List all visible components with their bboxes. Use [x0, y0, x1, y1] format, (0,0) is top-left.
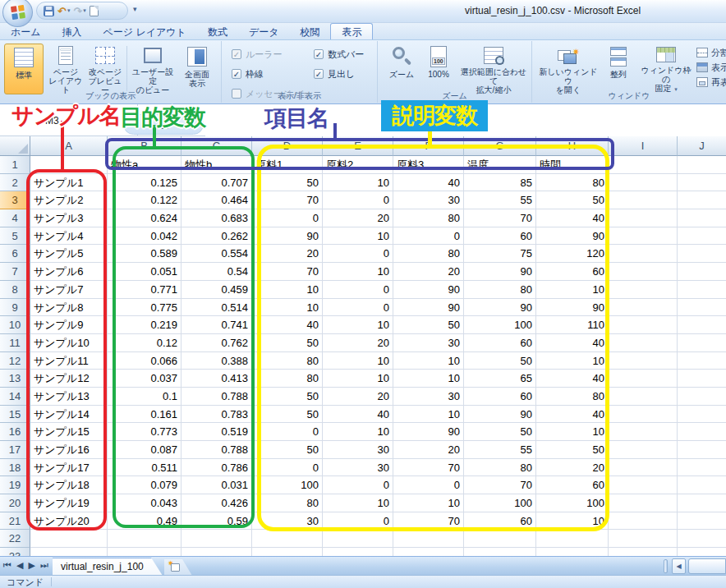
column-header-A[interactable]: A [30, 136, 108, 156]
cell-I5[interactable] [609, 227, 678, 246]
cell-E19[interactable]: 0 [323, 476, 393, 494]
cell-D10[interactable]: 40 [252, 316, 323, 334]
freeze-panes-button[interactable]: ウィンドウ枠の 固定 ▾ [637, 44, 695, 94]
cell-G23[interactable] [464, 548, 536, 556]
cell-A23[interactable] [30, 548, 108, 556]
cell-E16[interactable]: 10 [323, 423, 393, 441]
checkbox-icon[interactable]: ✓ [314, 69, 324, 79]
cell-I8[interactable] [609, 281, 678, 299]
cell-D11[interactable]: 50 [252, 334, 323, 352]
cell-D6[interactable]: 20 [252, 245, 323, 263]
cell-F14[interactable]: 30 [393, 388, 464, 406]
cell-G3[interactable]: 55 [464, 191, 536, 209]
checkbox-icon[interactable]: ✓ [232, 69, 241, 79]
cell-F3[interactable]: 30 [393, 191, 464, 209]
cell-I1[interactable] [609, 156, 678, 174]
row-header-7[interactable]: 7 [0, 263, 30, 281]
cell-E14[interactable]: 20 [323, 388, 393, 406]
cell-A20[interactable]: サンプル19 [30, 494, 108, 512]
checkbox-icon[interactable]: ✓ [314, 49, 324, 59]
cell-E15[interactable]: 40 [323, 406, 393, 424]
undo-button[interactable]: ↶▾ [57, 6, 70, 16]
cell-A12[interactable]: サンプル11 [30, 352, 108, 370]
cell-B23[interactable] [108, 548, 182, 556]
cell-B15[interactable]: 0.161 [108, 406, 182, 424]
cell-J7[interactable] [678, 263, 726, 281]
cell-F15[interactable]: 10 [393, 406, 464, 424]
cell-F13[interactable]: 10 [393, 370, 464, 388]
cell-F1[interactable]: 原料3 [393, 156, 464, 174]
cell-C12[interactable]: 0.388 [182, 352, 252, 370]
cell-H2[interactable]: 80 [536, 174, 609, 192]
save-button[interactable] [44, 6, 54, 16]
column-header-C[interactable]: C [182, 136, 252, 156]
cell-E21[interactable]: 0 [323, 512, 393, 531]
cell-I16[interactable] [609, 423, 678, 441]
cell-I13[interactable] [609, 370, 678, 388]
cell-B16[interactable]: 0.773 [108, 423, 182, 441]
cell-I19[interactable] [609, 476, 678, 494]
ribbon-tab-4[interactable]: 数式 [197, 24, 238, 40]
hscroll-left-button[interactable]: ◀ [672, 558, 686, 574]
row-header-20[interactable]: 20 [0, 494, 30, 512]
cell-J17[interactable] [678, 441, 726, 459]
cell-D2[interactable]: 50 [252, 174, 323, 192]
hide-window-button[interactable]: 表示しない [696, 60, 726, 75]
cell-D22[interactable] [252, 530, 323, 548]
cell-F8[interactable]: 90 [393, 281, 464, 299]
checkbox-row-1[interactable]: ✓ルーラー [232, 48, 283, 61]
cell-G4[interactable]: 70 [464, 209, 536, 227]
unhide-window-button[interactable]: 再表示 [696, 75, 726, 90]
cell-G7[interactable]: 90 [464, 263, 536, 281]
cell-J3[interactable] [678, 191, 726, 209]
cell-F23[interactable] [393, 548, 464, 556]
cell-F12[interactable]: 10 [393, 352, 464, 370]
cell-C18[interactable]: 0.786 [182, 459, 252, 477]
redo-button[interactable]: ↷▾ [73, 6, 85, 16]
column-header-B[interactable]: B [108, 136, 182, 156]
cell-A19[interactable]: サンプル18 [30, 476, 108, 494]
cell-H22[interactable] [536, 530, 609, 548]
cell-I20[interactable] [609, 494, 678, 512]
cell-G11[interactable]: 60 [464, 334, 536, 352]
cell-B4[interactable]: 0.624 [108, 209, 182, 227]
cell-A7[interactable]: サンプル6 [30, 263, 108, 281]
cell-E5[interactable]: 10 [323, 227, 393, 246]
cell-F21[interactable]: 70 [393, 512, 464, 531]
cell-E11[interactable]: 20 [323, 334, 393, 352]
cell-C15[interactable]: 0.783 [182, 406, 252, 424]
cell-H8[interactable]: 10 [536, 281, 609, 299]
arrange-all-button[interactable]: 整列 [601, 44, 636, 94]
cell-F17[interactable]: 20 [393, 441, 464, 459]
row-header-11[interactable]: 11 [0, 334, 30, 352]
cell-C5[interactable]: 0.262 [182, 227, 252, 246]
row-header-4[interactable]: 4 [0, 209, 30, 227]
cell-D23[interactable] [252, 548, 323, 556]
select-all-corner[interactable] [0, 136, 30, 156]
cell-F20[interactable]: 10 [393, 494, 464, 512]
checkbox-row-4[interactable]: ✓数式バー [314, 48, 364, 61]
cell-B10[interactable]: 0.219 [108, 316, 182, 334]
cell-F2[interactable]: 40 [393, 174, 464, 192]
ribbon-tab-3[interactable]: ページ レイアウト [93, 24, 197, 40]
cell-H14[interactable]: 80 [536, 388, 609, 406]
cell-B19[interactable]: 0.079 [108, 476, 182, 494]
cell-D12[interactable]: 80 [252, 352, 323, 370]
normal-view-button[interactable]: 標準 [4, 44, 44, 94]
cell-G16[interactable]: 50 [464, 423, 536, 441]
checkbox-row-3[interactable]: メッセージ バー [232, 87, 312, 100]
row-header-12[interactable]: 12 [0, 352, 30, 370]
cell-E10[interactable]: 10 [323, 316, 393, 334]
cell-B22[interactable] [108, 530, 182, 548]
first-sheet-button[interactable]: ⏮ [3, 559, 11, 572]
cell-C20[interactable]: 0.426 [182, 494, 252, 512]
cell-B5[interactable]: 0.042 [108, 227, 182, 246]
cell-D14[interactable]: 50 [252, 388, 323, 406]
cell-B9[interactable]: 0.775 [108, 299, 182, 317]
cell-A11[interactable]: サンプル10 [30, 334, 108, 352]
cell-E20[interactable]: 10 [323, 494, 393, 512]
cell-H6[interactable]: 120 [536, 245, 609, 263]
cell-C17[interactable]: 0.788 [182, 441, 252, 459]
cell-H18[interactable]: 20 [536, 459, 609, 477]
checkbox-icon[interactable]: ✓ [232, 49, 241, 59]
